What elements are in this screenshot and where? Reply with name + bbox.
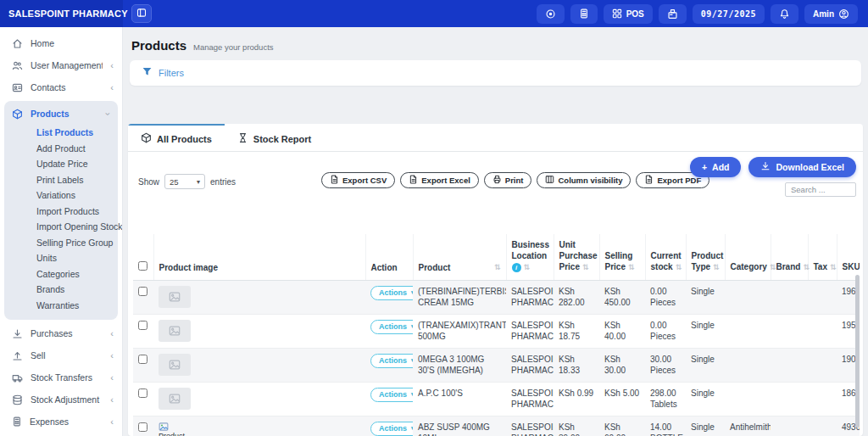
- row-checkbox[interactable]: [138, 422, 147, 432]
- info-icon[interactable]: i: [512, 263, 521, 272]
- sidebar-item-payment-accounts[interactable]: Payment Accounts‹: [0, 433, 122, 436]
- user-menu-button[interactable]: Amin: [804, 4, 858, 24]
- download-excel-button[interactable]: Download Excel: [748, 157, 856, 177]
- button-label: Print: [505, 176, 524, 185]
- clock-in-button[interactable]: [537, 4, 565, 24]
- sidebar-subitem-selling-price-group[interactable]: Selling Price Group: [36, 235, 118, 251]
- cell-selling: KSh 5.00: [599, 382, 645, 416]
- sidebar-subitem-list-products[interactable]: List Products: [36, 125, 118, 141]
- print-button[interactable]: Print: [484, 172, 532, 188]
- pos-button[interactable]: POS: [604, 4, 653, 24]
- search-input[interactable]: [785, 182, 856, 197]
- row-actions-button[interactable]: Actions▾: [370, 422, 413, 436]
- sidebar-item-products[interactable]: Products‹: [4, 103, 118, 125]
- notifications-button[interactable]: [771, 4, 798, 24]
- cell-brand: [771, 416, 808, 436]
- chevron-icon: ‹: [110, 83, 114, 92]
- column-header-selling-price[interactable]: Selling Price⇅: [599, 234, 645, 280]
- column-header-sku[interactable]: SKU⇅: [837, 234, 860, 280]
- box-icon: [141, 132, 152, 145]
- sidebar-item-expenses[interactable]: Expenses‹: [0, 411, 122, 433]
- column-header-product[interactable]: Product⇅: [413, 234, 506, 280]
- sidebar-subitem-print-labels[interactable]: Print Labels: [36, 172, 118, 188]
- calculator-button[interactable]: [570, 4, 598, 24]
- sidebar-subitem-import-opening-stock[interactable]: Import Opening Stock: [36, 219, 118, 235]
- add-button-label: Add: [712, 162, 729, 172]
- tab-stock-report[interactable]: Stock Report: [225, 124, 324, 151]
- cell-stock: 14.00 BOTTLE: [645, 416, 686, 436]
- top-navbar: SALESPOINT PHARMACY POS 09/27/2025 Amin: [0, 0, 868, 27]
- row-checkbox[interactable]: [138, 321, 147, 330]
- row-actions-button[interactable]: Actions▾: [370, 354, 413, 368]
- bell-icon: [779, 8, 790, 20]
- sidebar-subitem-brands[interactable]: Brands: [36, 282, 118, 298]
- cell-category: [725, 280, 771, 314]
- sidebar-subitem-update-price[interactable]: Update Price: [36, 156, 118, 172]
- chevron-icon: ‹: [103, 112, 113, 115]
- cell-type: Single: [686, 382, 725, 416]
- cell-action: Actions▾: [365, 382, 413, 416]
- export-csv-button[interactable]: Export CSV: [321, 172, 395, 188]
- sidebar-item-contacts[interactable]: Contacts‹: [0, 76, 122, 98]
- column-visibility-button[interactable]: Column visibility: [537, 172, 631, 188]
- sidebar-item-home[interactable]: Home: [0, 32, 122, 54]
- chevron-icon: ‹: [110, 395, 114, 405]
- sidebar-item-stock-transfers[interactable]: Stock Transfers‹: [0, 366, 122, 388]
- select-all-checkbox[interactable]: [138, 261, 147, 271]
- column-header-product-image[interactable]: Product image: [153, 234, 365, 280]
- row-checkbox[interactable]: [138, 355, 147, 364]
- cell-category: [725, 314, 771, 348]
- sidebar-toggle-button[interactable]: [131, 4, 152, 23]
- row-checkbox[interactable]: [138, 388, 147, 398]
- entries-select[interactable]: 25 ▾: [164, 174, 205, 189]
- sidebar-item-stock-adjustment[interactable]: Stock Adjustment‹: [0, 388, 122, 411]
- cell-selling: KSh 30.00: [599, 348, 645, 382]
- actions-label: Actions: [379, 390, 407, 399]
- sidebar-subitem-categories[interactable]: Categories: [36, 266, 118, 282]
- sidebar-subitem-units[interactable]: Units: [36, 250, 118, 266]
- columns-icon: [545, 175, 554, 186]
- column-header-category[interactable]: Category⇅: [725, 234, 771, 280]
- register-button[interactable]: [659, 4, 687, 24]
- sidebar-item-user-management[interactable]: User Management‹: [0, 54, 122, 76]
- column-header-product-type[interactable]: Product Type⇅: [686, 234, 725, 280]
- vertical-scrollbar[interactable]: [855, 275, 860, 428]
- row-actions-button[interactable]: Actions▾: [370, 286, 413, 300]
- button-label: Export Excel: [421, 176, 470, 185]
- sort-icon: ⇅: [676, 263, 682, 271]
- row-actions-button[interactable]: Actions▾: [370, 320, 413, 334]
- file-icon: [409, 175, 418, 186]
- export-excel-button[interactable]: Export Excel: [400, 172, 479, 188]
- actions-label: Actions: [379, 288, 407, 297]
- column-header-brand[interactable]: Brand⇅: [771, 234, 808, 280]
- sidebar-subitem-variations[interactable]: Variations: [36, 187, 118, 204]
- sort-icon: ⇅: [770, 263, 776, 271]
- column-header-action[interactable]: Action: [365, 234, 413, 280]
- sidebar-item-purchases[interactable]: Purchases‹: [0, 322, 122, 344]
- sidebar-subitem-warranties[interactable]: Warranties: [36, 298, 118, 314]
- sidebar-subitem-import-products[interactable]: Import Products: [36, 204, 118, 220]
- cell-stock: 0.00 Pieces: [645, 314, 686, 348]
- cell-brand: [771, 348, 808, 382]
- cell-action: Actions▾: [365, 416, 413, 436]
- chevron-down-icon: ▾: [411, 323, 413, 330]
- cell-purchase: KSh 282.00: [554, 280, 599, 314]
- entries-value: 25: [170, 177, 179, 187]
- cell-stock: 30.00 Pieces: [645, 348, 686, 382]
- column-header-unit-purchase-price[interactable]: Unit Purchase Price⇅: [554, 234, 599, 280]
- tab-all-products[interactable]: All Products: [128, 124, 225, 151]
- column-header-tax[interactable]: Tax⇅: [808, 234, 837, 280]
- sidebar-item-sell[interactable]: Sell‹: [0, 344, 122, 366]
- column-header-current-stock[interactable]: Current stock⇅: [645, 234, 686, 280]
- sidebar-subitem-add-product[interactable]: Add Product: [36, 141, 118, 157]
- tabs-bar: All ProductsStock Report: [128, 124, 863, 152]
- chevron-down-icon: ▾: [411, 425, 413, 432]
- row-actions-button[interactable]: Actions▾: [370, 388, 413, 402]
- add-button[interactable]: + Add: [690, 157, 742, 177]
- cell-product-image: [153, 314, 365, 348]
- date-display[interactable]: 09/27/2025: [693, 4, 765, 24]
- cell-purchase: KSh 0.99: [554, 382, 599, 416]
- filters-panel[interactable]: Filters: [130, 60, 861, 86]
- row-checkbox[interactable]: [138, 287, 147, 296]
- column-header-business-location[interactable]: Business Locationi⇅: [506, 234, 554, 280]
